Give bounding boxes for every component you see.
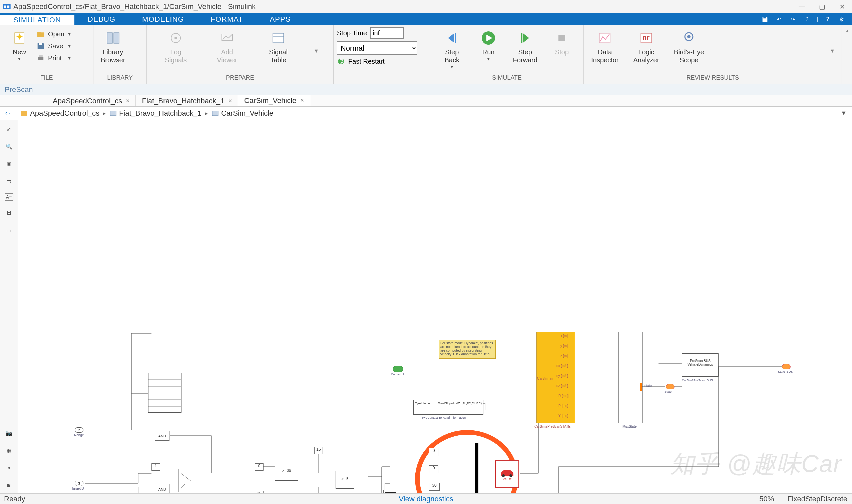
step-back-button[interactable]: Step Back▼ — [436, 27, 468, 71]
fast-restart-button[interactable]: Fast Restart — [337, 57, 385, 65]
tab-simulation[interactable]: SIMULATION — [0, 13, 74, 25]
inport-target[interactable]: 3 — [75, 481, 83, 486]
annotation-note[interactable]: For state mode 'Dynamic', positions are … — [439, 340, 496, 359]
breadcrumb-item[interactable]: CarSim_Vehicle — [208, 109, 276, 118]
logic-and-block[interactable]: AND — [155, 484, 170, 493]
run-button[interactable]: Run▼ — [472, 27, 504, 63]
redo-icon[interactable]: ↷ — [786, 13, 800, 25]
tab-modeling[interactable]: MODELING — [129, 13, 197, 25]
save-button[interactable]: Save▼ — [36, 41, 72, 51]
record-icon[interactable]: ◙ — [4, 480, 14, 490]
editor-tabs-menu-icon[interactable]: ≡ — [841, 95, 852, 106]
breadcrumb-item[interactable]: ApaSpeedControl_cs — [17, 109, 102, 118]
open-button[interactable]: Open▼ — [36, 29, 72, 39]
constant-block[interactable]: 0 — [429, 465, 438, 473]
svg-rect-29 — [21, 111, 27, 116]
editor-tabs: ApaSpeedControl_cs× Fiat_Bravo_Hatchback… — [0, 95, 852, 107]
zoom-level[interactable]: 50% — [759, 495, 787, 503]
svg-point-39 — [509, 474, 512, 477]
data-inspector-button[interactable]: Data Inspector — [587, 27, 623, 65]
auto-arrange-icon[interactable]: ⇉ — [4, 176, 14, 186]
breadcrumb-item[interactable]: Fiat_Bravo_Hatchback_1 — [106, 109, 204, 118]
constant-block[interactable]: 30 — [429, 483, 440, 491]
log-signals-button[interactable]: Log Signals — [160, 27, 192, 65]
terminator-block[interactable] — [390, 462, 397, 468]
orange-bar — [640, 383, 642, 391]
maximize-button[interactable]: ▢ — [812, 0, 832, 13]
bus-vehicledyn-block[interactable]: PreScan BUS VehicleDynamics — [682, 353, 718, 377]
sim-mode-select[interactable]: Normal — [337, 41, 417, 55]
logic-analyzer-button[interactable]: Logic Analyzer — [629, 27, 663, 65]
zoom-in-icon[interactable]: 🔍 — [4, 141, 14, 151]
birds-eye-scope-button[interactable]: Bird's-Eye Scope — [670, 27, 708, 65]
tab-format[interactable]: FORMAT — [197, 13, 256, 25]
constant-block[interactable]: 0 — [429, 448, 438, 456]
green-port[interactable] — [393, 366, 403, 372]
expand-icon[interactable]: » — [4, 463, 14, 473]
add-viewer-button[interactable]: Add Viewer — [211, 27, 243, 65]
breadcrumb: ⇦ ApaSpeedControl_cs ▸ Fiat_Bravo_Hatchb… — [0, 107, 852, 120]
fit-view-icon[interactable]: ▣ — [4, 159, 14, 169]
constant-block[interactable]: 1 — [152, 463, 160, 471]
status-bar: Ready View diagnostics 50% FixedStepDisc… — [0, 493, 852, 504]
svg-rect-1 — [4, 5, 6, 8]
group-sim-settings: Stop Time Normal Fast Restart — [334, 25, 430, 84]
new-button[interactable]: ✦ New ▼ — [3, 27, 35, 63]
screenshot-icon[interactable]: 📷 — [4, 428, 14, 438]
annotation-icon[interactable]: A≡ — [5, 193, 13, 201]
signal-table-button[interactable]: Signal Table — [262, 27, 294, 65]
inport-range[interactable]: 2 — [75, 427, 83, 433]
close-icon[interactable]: × — [300, 97, 304, 104]
compare-block[interactable]: >= 5 — [335, 471, 354, 489]
group-prepare: Log Signals Add Viewer Signal Table ▼ PR… — [147, 25, 334, 84]
constant-block[interactable]: 15 — [314, 447, 323, 454]
gear-icon[interactable]: ⚙ — [835, 13, 849, 25]
constant-block[interactable]: 0 — [255, 463, 263, 471]
svg-rect-8 — [39, 55, 43, 57]
close-icon[interactable]: × — [228, 97, 232, 104]
svg-rect-24 — [558, 35, 565, 41]
outport-state-bus[interactable] — [782, 364, 790, 369]
outport-state[interactable] — [666, 384, 675, 389]
ribbon-collapse-icon[interactable]: ▴ — [842, 25, 852, 84]
stop-button[interactable]: Stop — [546, 27, 578, 57]
mux-state-block[interactable] — [619, 332, 643, 423]
model-browser-icon[interactable]: ▦ — [4, 445, 14, 455]
minimize-button[interactable]: — — [792, 0, 812, 13]
help-icon[interactable]: ? — [821, 13, 835, 25]
mux-block[interactable] — [475, 443, 479, 493]
diagram-canvas[interactable]: 2 Range 3 TargetID AND AND 1 0 100 15 0 … — [18, 120, 852, 493]
view-diagnostics-link[interactable]: View diagnostics — [399, 495, 453, 503]
tab-apps[interactable]: APPS — [257, 13, 304, 25]
display-block[interactable] — [148, 373, 181, 413]
carsim-sfunction-block[interactable]: vs_sf — [495, 460, 519, 488]
solver-label[interactable]: FixedStepDiscrete — [787, 495, 852, 503]
undo-icon[interactable]: ↶ — [772, 13, 786, 25]
tab-debug[interactable]: DEBUG — [74, 13, 129, 25]
library-browser-button[interactable]: Library Browser — [97, 27, 129, 65]
goto-icon[interactable]: ⤴ — [800, 13, 814, 25]
svg-point-38 — [502, 474, 505, 477]
print-button[interactable]: Print▼ — [36, 53, 72, 63]
constant-block[interactable]: 10 — [255, 491, 263, 493]
close-button[interactable]: ✕ — [832, 0, 852, 13]
stop-time-input[interactable] — [370, 27, 404, 39]
step-forward-button[interactable]: Step Forward — [509, 27, 541, 65]
svg-rect-7 — [38, 57, 44, 60]
save-quick-icon[interactable] — [758, 13, 772, 25]
logic-and-block[interactable]: AND — [155, 431, 170, 441]
tyre-block[interactable]: TyreInfo_in RoadSlopeAndZ_(FL,FR,RL,RR) — [413, 400, 483, 415]
editor-tab[interactable]: Fiat_Bravo_Hatchback_1× — [136, 95, 238, 106]
area-icon[interactable]: ▭ — [4, 225, 14, 235]
editor-tab[interactable]: ApaSpeedControl_cs× — [47, 95, 136, 106]
compare-block[interactable]: >= 30 — [275, 463, 298, 481]
close-icon[interactable]: × — [126, 97, 130, 104]
editor-tab[interactable]: CarSim_Vehicle× — [238, 95, 310, 106]
zoom-fit-icon[interactable]: ⤢ — [4, 124, 14, 134]
scope-block[interactable] — [383, 490, 397, 493]
image-icon[interactable]: 🖼 — [4, 208, 14, 218]
nav-back-icon[interactable]: ⇦ — [3, 109, 12, 118]
switch-block[interactable] — [178, 469, 192, 492]
breadcrumb-menu-icon[interactable]: ▼ — [841, 110, 849, 117]
svg-rect-10 — [114, 33, 119, 43]
